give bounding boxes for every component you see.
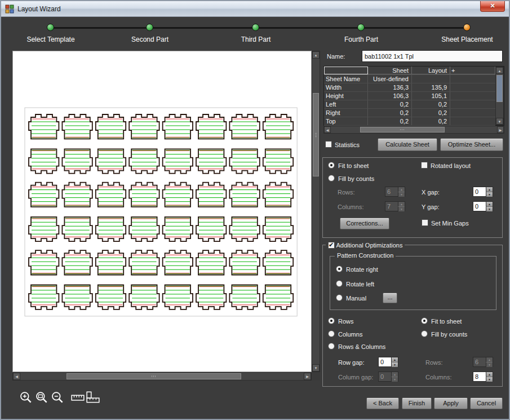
columns-mode-radio[interactable] — [328, 330, 335, 337]
spinner-up-button[interactable]: ▲ — [391, 372, 398, 377]
step-label: Third Part — [241, 36, 271, 43]
table-cell[interactable] — [450, 92, 495, 100]
table-cell[interactable] — [450, 83, 495, 91]
canvas-vertical-scrollbar[interactable]: ▲ ▼ — [312, 51, 320, 372]
optimize-sheet-button[interactable]: Optimize Sheet... — [440, 138, 503, 151]
scroll-right-button[interactable]: ▶ — [304, 373, 311, 380]
fill-by-counts-radio[interactable] — [328, 175, 335, 182]
table-cell[interactable]: 0,2 — [412, 100, 450, 108]
spinner-down-button[interactable]: ▼ — [391, 362, 398, 367]
y-gap-spinner[interactable]: 0 ▲▼ — [473, 201, 493, 211]
row-label: Top — [324, 117, 368, 125]
opt-columns-spinner[interactable]: 8 ▲▼ — [473, 372, 493, 382]
spinner-down-button[interactable]: ▼ — [486, 206, 493, 211]
spinner-down-button[interactable]: ▼ — [486, 192, 493, 197]
ruler-corner-icon[interactable] — [86, 390, 100, 405]
rotate-right-radio[interactable] — [336, 266, 343, 272]
table-cell[interactable]: 0,2 — [412, 109, 450, 117]
table-cell[interactable] — [450, 117, 495, 125]
spinner-up-button[interactable]: ▲ — [486, 187, 493, 192]
spinner-down-button[interactable]: ▼ — [391, 377, 398, 382]
rows-spinner[interactable]: 6 ▲▼ — [385, 187, 405, 197]
additional-optimizations-checkbox[interactable] — [328, 242, 335, 249]
column-gap-spinner[interactable]: 0 ▲▼ — [378, 372, 398, 382]
step-dot-done[interactable] — [357, 24, 365, 31]
calculate-sheet-button[interactable]: Calculate Sheet — [378, 138, 437, 151]
scroll-down-button[interactable]: ▼ — [312, 364, 320, 372]
rows-mode-radio[interactable] — [328, 317, 335, 324]
spinner-down-button[interactable]: ▼ — [398, 192, 405, 197]
spinner-down-button[interactable]: ▼ — [486, 377, 493, 382]
cancel-button[interactable]: Cancel — [470, 397, 503, 409]
zoom-fit-icon[interactable] — [34, 390, 49, 405]
row-label: Left — [324, 100, 368, 108]
scrollbar-thumb[interactable] — [360, 127, 445, 132]
spinner-down-button[interactable]: ▼ — [398, 206, 405, 211]
table-cell[interactable]: 0,2 — [368, 100, 412, 108]
spinner-up-button[interactable]: ▲ — [398, 187, 405, 192]
table-cell[interactable]: 136,3 — [368, 83, 412, 91]
apply-button[interactable]: Apply — [434, 397, 468, 409]
zoom-in-icon[interactable] — [19, 390, 33, 405]
table-vertical-scrollbar[interactable]: ▲ ▼ — [495, 67, 504, 125]
spinner-up-button[interactable]: ▲ — [391, 357, 398, 362]
close-icon[interactable]: ✕ — [480, 1, 505, 12]
rotated-layout-checkbox[interactable] — [421, 162, 428, 169]
title-bar[interactable]: Layout Wizard — [1, 1, 509, 17]
scrollbar-thumb[interactable] — [496, 75, 503, 102]
table-cell[interactable] — [450, 100, 495, 108]
zoom-out-icon[interactable] — [50, 390, 65, 405]
statistics-checkbox[interactable] — [325, 141, 332, 148]
scrollbar-thumb[interactable] — [313, 93, 319, 176]
scrollbar-thumb[interactable] — [66, 373, 241, 379]
table-cell[interactable]: 105,1 — [412, 92, 450, 100]
table-cell[interactable]: 106,3 — [368, 92, 412, 100]
set-min-gaps-checkbox[interactable] — [422, 219, 428, 226]
scroll-left-button[interactable]: ◀ — [324, 126, 331, 133]
table-cell[interactable] — [450, 109, 495, 117]
table-cell[interactable]: 0,2 — [412, 117, 450, 125]
step-dot-done[interactable] — [252, 24, 259, 31]
step-dot-done[interactable] — [146, 24, 153, 31]
opt-fit-to-sheet-radio[interactable] — [421, 317, 428, 324]
spinner-up-button[interactable]: ▲ — [486, 372, 493, 377]
finish-button[interactable]: Finish — [402, 397, 432, 409]
back-button[interactable]: < Back — [366, 397, 399, 409]
rotate-left-radio[interactable] — [336, 280, 343, 287]
fit-to-sheet-radio[interactable] — [328, 162, 335, 169]
name-input[interactable] — [362, 50, 503, 62]
step-dot-current[interactable] — [463, 24, 471, 31]
row-gap-spinner[interactable]: 0 ▲▼ — [378, 357, 398, 367]
spinner-up-button[interactable]: ▲ — [486, 202, 493, 206]
corrections-button[interactable]: Corrections... — [340, 218, 389, 229]
manual-radio[interactable] — [336, 294, 343, 301]
scroll-down-button[interactable]: ▼ — [496, 118, 503, 125]
spinner-up-button[interactable]: ▲ — [486, 357, 493, 362]
table-cell[interactable] — [412, 75, 450, 83]
spinner-up-button[interactable]: ▲ — [398, 202, 405, 206]
layout-preview-canvas[interactable] — [12, 51, 312, 372]
ruler-horizontal-icon[interactable] — [70, 390, 85, 405]
opt-fill-by-counts-radio[interactable] — [421, 330, 428, 337]
table-row: Sheet Name User-defined — [324, 75, 495, 83]
table-cell[interactable] — [450, 75, 495, 83]
manual-browse-button[interactable]: ... — [383, 293, 397, 303]
x-gap-spinner[interactable]: 0 ▲▼ — [473, 187, 493, 197]
columns-spinner[interactable]: 7 ▲▼ — [385, 201, 405, 211]
rows-columns-mode-radio[interactable] — [328, 343, 335, 350]
step-dot-done[interactable] — [47, 24, 54, 31]
spinner-down-button[interactable]: ▼ — [486, 362, 493, 367]
set-min-gaps-label: Set Min Gaps — [431, 220, 469, 227]
scroll-up-button[interactable]: ▲ — [312, 51, 320, 59]
table-horizontal-scrollbar[interactable]: ◀ ▶ — [323, 126, 504, 134]
opt-rows-spinner[interactable]: 6 ▲▼ — [473, 357, 493, 367]
table-cell[interactable]: 135,9 — [412, 83, 450, 91]
table-cell[interactable]: User-defined — [368, 75, 412, 83]
scroll-up-button[interactable]: ▲ — [496, 67, 503, 74]
table-cell[interactable]: 0,2 — [368, 117, 412, 125]
table-cell[interactable]: 0,2 — [368, 109, 412, 117]
canvas-horizontal-scrollbar[interactable]: ◀ ▶ — [12, 372, 312, 381]
rows-mode-label: Rows — [338, 318, 354, 325]
scroll-left-button[interactable]: ◀ — [13, 373, 20, 380]
scroll-right-button[interactable]: ▶ — [497, 126, 504, 133]
